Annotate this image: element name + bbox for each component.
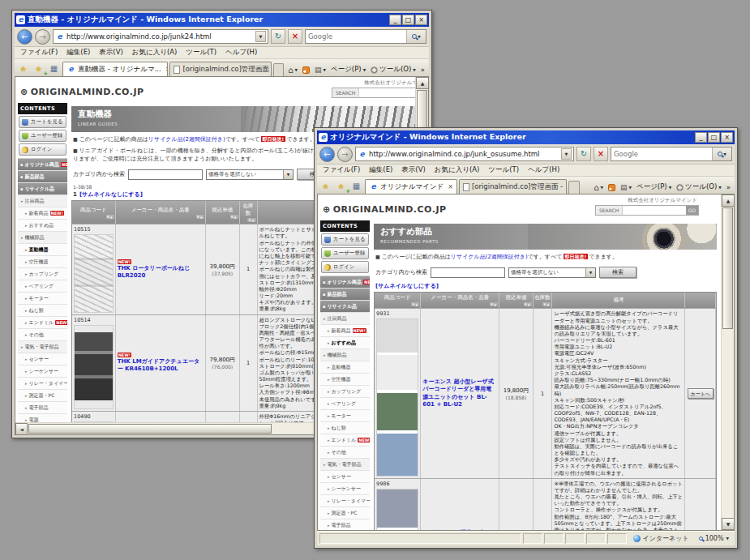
- sort-icons[interactable]: ▼▲: [106, 215, 114, 219]
- tools-menu-button[interactable]: ツール(O)▼: [371, 65, 416, 75]
- menu-item[interactable]: お気に入り(A): [132, 48, 178, 58]
- menu-item[interactable]: ファイル(F): [20, 48, 58, 58]
- maximize-button[interactable]: □: [708, 132, 720, 143]
- scroll-left-icon[interactable]: ◄: [15, 423, 28, 435]
- column-header[interactable]: 商品コード▼▲: [72, 201, 116, 224]
- sidebar-nav-item[interactable]: ▸シーケンサー: [18, 365, 67, 378]
- user-register-button[interactable]: ユーザー登録: [19, 130, 66, 142]
- sidebar-nav-item[interactable]: ▪リサイクル品: [18, 183, 67, 195]
- forward-button[interactable]: →: [35, 29, 50, 45]
- menu-item[interactable]: ファイル(F): [323, 165, 360, 175]
- refresh-icon[interactable]: ↻: [576, 147, 591, 161]
- menu-item[interactable]: ヘルプ(H): [225, 48, 257, 58]
- sidebar-nav-item[interactable]: ▸ねじ類: [320, 422, 370, 434]
- sidebar-nav-item[interactable]: ▸ねじ類: [18, 305, 67, 317]
- sidebar-nav-item[interactable]: ▸ベアリング: [18, 280, 67, 293]
- tab-linear-guides[interactable]: e 直動機器 - オリジナルマ... ×: [62, 62, 168, 76]
- view-cart-button[interactable]: カートを見る: [19, 116, 66, 128]
- refresh-icon[interactable]: ↻: [271, 29, 285, 44]
- thumbnail-toggle-link[interactable]: [サムネイルなしにする]: [79, 191, 143, 198]
- column-header[interactable]: 税込単価▼▲: [499, 293, 534, 308]
- column-header[interactable]: メーカー・商品名・品番▼▲: [116, 201, 206, 224]
- browser-search-input[interactable]: [306, 32, 406, 41]
- site-search-input[interactable]: [359, 88, 422, 97]
- tools-menu-button[interactable]: ツール(O)▼: [676, 182, 722, 192]
- scroll-up-icon[interactable]: ▲: [416, 77, 429, 89]
- toolbar-overflow-button[interactable]: »: [726, 183, 731, 191]
- product-photo[interactable]: [74, 234, 114, 312]
- sidebar-nav-item[interactable]: ▸カップリング: [320, 386, 370, 398]
- sidebar-nav-item[interactable]: ▸直動機器: [320, 361, 370, 374]
- tab-admin[interactable]: [originalmind.co]管理画面 -: [169, 62, 271, 76]
- sidebar-nav-item[interactable]: ▸リレー・タイマー: [320, 495, 370, 507]
- category-search-button[interactable]: 検索: [599, 267, 636, 278]
- category-search-input[interactable]: [128, 169, 203, 180]
- minimize-button[interactable]: _: [695, 132, 707, 143]
- tab-admin[interactable]: [originalmind.co]管理画面 -: [459, 179, 567, 194]
- search-magnifier-icon[interactable]: ▼: [712, 147, 731, 160]
- minimize-button[interactable]: _: [389, 15, 401, 25]
- page-menu-button[interactable]: ページ(P)▼: [331, 65, 366, 75]
- column-header[interactable]: 在庫数▼▲: [534, 293, 553, 308]
- scrollbar-thumb[interactable]: [28, 424, 272, 434]
- zoom-control[interactable]: 100%▼: [696, 535, 732, 542]
- titlebar[interactable]: e 直動機器 - オリジナルマインド - Windows Internet Ex…: [15, 13, 429, 27]
- sidebar-nav-item[interactable]: ▸おすすめ品: [320, 337, 370, 349]
- print-button[interactable]: ▤▼: [620, 183, 632, 191]
- stop-icon[interactable]: ×: [594, 147, 608, 161]
- menu-item[interactable]: ヘルプ(H): [528, 165, 559, 175]
- menu-item[interactable]: 表示(V): [401, 165, 425, 175]
- sidebar-nav-item[interactable]: ▸センサー: [18, 353, 67, 365]
- menu-item[interactable]: ツール(T): [488, 165, 519, 175]
- product-name-link[interactable]: キーエンス 超小型レーザ式バーコードリーダと専用電源ユニットのセット BL-60…: [422, 378, 497, 408]
- category-search-input[interactable]: [431, 267, 505, 278]
- feed-button[interactable]: [608, 184, 615, 191]
- scroll-up-icon[interactable]: ▲: [722, 195, 735, 207]
- column-header[interactable]: 備考: [552, 293, 685, 308]
- sidebar-nav-item[interactable]: ▸直動機器: [18, 244, 67, 256]
- sidebar-nav-item[interactable]: ▸空圧機器: [320, 374, 370, 386]
- column-header[interactable]: メーカー・商品名・品番▼▲: [421, 293, 499, 308]
- sidebar-nav-item[interactable]: ▸注目商品: [320, 313, 370, 325]
- browser-search-input[interactable]: [611, 150, 712, 158]
- forward-button[interactable]: →: [337, 147, 353, 162]
- recycle-link[interactable]: リサイクル品(2週間保証付き): [451, 254, 528, 260]
- home-button[interactable]: ⌂▼: [594, 183, 603, 192]
- back-button[interactable]: ←: [17, 29, 32, 45]
- address-field[interactable]: e http://www.originalmind.co.jp/junk24.h…: [53, 29, 268, 44]
- price-filter-select[interactable]: 価格帯を選択しない▼: [206, 169, 294, 180]
- product-name-link[interactable]: THK ロータリーボールねじ BLR2020: [118, 265, 204, 280]
- site-search-input[interactable]: [623, 206, 685, 215]
- sidebar-nav-item[interactable]: ▸ベアリング: [320, 398, 370, 410]
- browser-search-box[interactable]: ▼: [611, 147, 732, 161]
- thumbnail-toggle-link[interactable]: [サムネイルなしにする]: [375, 283, 439, 289]
- product-photo[interactable]: [376, 318, 418, 476]
- sidebar-nav-item[interactable]: ▸測定器・PC: [18, 390, 67, 402]
- home-button[interactable]: ⌂▼: [288, 66, 298, 75]
- add-favorite-icon[interactable]: ★+: [334, 179, 348, 193]
- column-header[interactable]: 商品コード▼▲: [375, 293, 421, 308]
- sort-icons[interactable]: ▼▲: [524, 302, 532, 306]
- sidebar-nav-item[interactable]: ▸新着商品NEW!: [18, 207, 67, 220]
- menu-item[interactable]: ツール(T): [186, 48, 216, 58]
- login-button[interactable]: ログイン: [321, 261, 369, 273]
- add-to-cart-button[interactable]: カートへ: [688, 388, 714, 399]
- product-name-link[interactable]: MECS ウエハ搬送ロボット UTC100A: [422, 529, 497, 531]
- product-name-link[interactable]: THK LMガイドアクチュエーター KR4610B+1200L: [118, 358, 204, 373]
- login-button[interactable]: ログイン: [19, 143, 66, 156]
- tab-close-icon[interactable]: ×: [448, 183, 453, 190]
- sidebar-nav-item[interactable]: ▸電子部品: [18, 402, 67, 414]
- maximize-button[interactable]: □: [402, 15, 414, 25]
- vertical-scrollbar[interactable]: ▲ ▼: [721, 195, 734, 530]
- sidebar-nav-item[interactable]: ▸モーター: [18, 293, 67, 305]
- sidebar-nav-item[interactable]: ▪新品部品: [320, 289, 370, 301]
- new-tab-stub[interactable]: [568, 181, 580, 194]
- sort-icons[interactable]: ▼▲: [411, 302, 419, 306]
- toolbar-overflow-button[interactable]: »: [421, 66, 425, 74]
- sidebar-nav-item[interactable]: ▸その他: [320, 447, 370, 459]
- column-header[interactable]: 税込単価▼▲: [206, 201, 240, 224]
- sidebar-nav-item[interactable]: ▸新着商品NEW!: [320, 325, 370, 337]
- close-button[interactable]: ×: [415, 15, 427, 25]
- sidebar-nav-item[interactable]: ▪オリジナル商品NEW!: [18, 159, 67, 171]
- page-number[interactable]: 1: [73, 191, 77, 198]
